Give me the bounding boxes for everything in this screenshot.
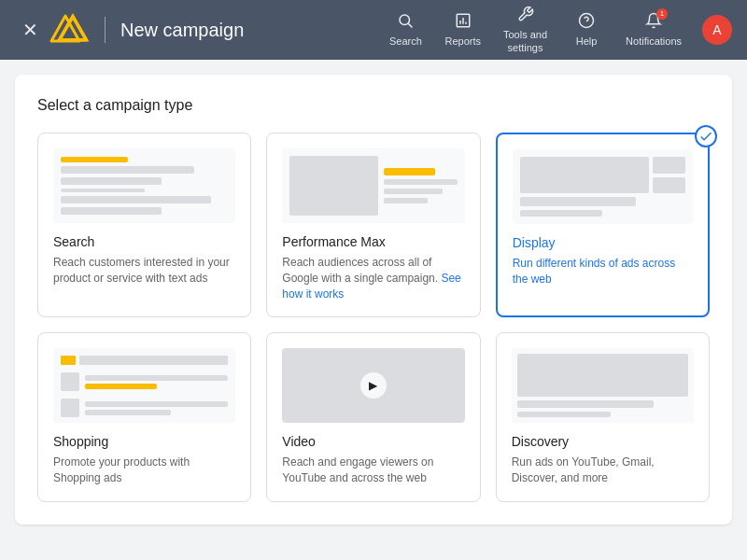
display-preview <box>513 149 693 224</box>
nav-search-label: Search <box>389 35 422 48</box>
nav-tools[interactable]: Tools and settings <box>494 0 557 59</box>
nav-help[interactable]: Help <box>560 7 613 53</box>
shopping-type-name: Shopping <box>53 434 235 449</box>
campaign-type-discovery[interactable]: Discovery Run ads on YouTube, Gmail, Dis… <box>496 332 710 502</box>
video-type-desc: Reach and engage viewers on YouTube and … <box>282 455 464 486</box>
header-left: ✕ New campaign <box>15 13 244 47</box>
notification-badge: 1 <box>656 8 668 20</box>
svg-line-4 <box>409 23 413 27</box>
search-type-name: Search <box>53 234 235 249</box>
nav-reports[interactable]: Reports <box>435 7 490 53</box>
display-type-desc: Run different kinds of ads across the we… <box>513 256 693 287</box>
campaign-type-search[interactable]: Search Reach customers interested in you… <box>37 133 251 317</box>
campaign-type-card: Select a campaign type Search Reach cust… <box>15 75 732 525</box>
shopping-type-desc: Promote your products with Shopping ads <box>53 455 235 486</box>
help-icon <box>578 12 595 34</box>
nav-notifications[interactable]: 1 Notifications <box>616 7 691 53</box>
tools-icon <box>517 6 534 27</box>
main-content: Select a campaign type Search Reach cust… <box>0 60 747 560</box>
perfmax-type-name: Performance Max <box>282 234 464 249</box>
search-type-desc: Reach customers interested in your produ… <box>53 255 235 287</box>
nav-notifications-label: Notifications <box>626 35 682 48</box>
nav-reports-label: Reports <box>444 35 481 48</box>
video-type-name: Video <box>282 434 464 449</box>
discovery-type-desc: Run ads on YouTube, Gmail, Discover, and… <box>512 455 694 486</box>
section-title: Select a campaign type <box>37 97 710 114</box>
campaign-type-perfmax[interactable]: Performance Max Reach audiences across a… <box>266 133 480 317</box>
shopping-preview <box>53 348 235 423</box>
page-title: New campaign <box>120 20 244 41</box>
search-icon <box>397 12 414 34</box>
campaign-type-display[interactable]: Display Run different kinds of ads acros… <box>496 133 710 317</box>
svg-point-3 <box>400 15 410 25</box>
discovery-preview <box>512 348 694 423</box>
nav-search[interactable]: Search <box>379 7 431 53</box>
discovery-type-name: Discovery <box>512 434 694 449</box>
perfmax-type-desc: Reach audiences across all of Google wit… <box>282 255 464 301</box>
header-divider <box>105 17 106 43</box>
display-type-name: Display <box>513 235 693 250</box>
header: ✕ New campaign Search <box>0 0 747 60</box>
selected-checkmark <box>695 125 717 147</box>
campaign-type-video[interactable]: ▶ Video Reach and engage viewers on YouT… <box>266 332 480 502</box>
play-icon: ▶ <box>360 372 387 399</box>
reports-icon <box>455 12 472 34</box>
close-button[interactable]: ✕ <box>15 15 45 45</box>
perfmax-preview <box>282 148 464 223</box>
search-preview <box>53 148 235 223</box>
campaign-type-shopping[interactable]: Shopping Promote your products with Shop… <box>37 332 251 502</box>
ads-logo-icon <box>49 13 82 47</box>
avatar[interactable]: A <box>702 15 732 45</box>
video-preview: ▶ <box>282 348 464 423</box>
nav-help-label: Help <box>576 35 598 48</box>
campaign-grid: Search Reach customers interested in you… <box>37 133 710 502</box>
nav-tools-label: Tools and settings <box>503 29 547 53</box>
notifications-icon: 1 <box>645 12 662 34</box>
header-nav: Search Reports Tools and settings <box>379 0 732 59</box>
